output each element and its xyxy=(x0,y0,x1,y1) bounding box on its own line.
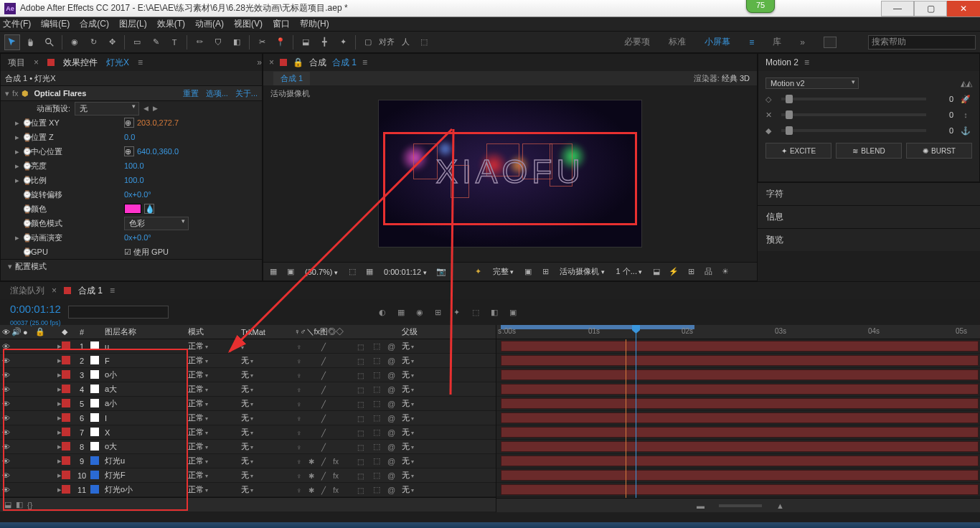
fast-preview-icon[interactable]: ⚡ xyxy=(668,266,679,278)
eye-icon[interactable]: 👁 xyxy=(0,385,11,394)
exposure-icon[interactable]: ☀ xyxy=(720,266,731,278)
snap-toggle[interactable]: ▢ xyxy=(360,34,376,50)
3d-layer-icon[interactable]: ⬚ xyxy=(373,370,387,380)
motion-blur-icon[interactable]: ◉ xyxy=(414,308,425,317)
parent-dropdown[interactable]: 无 xyxy=(402,355,442,366)
toggle-modes-icon[interactable]: ◧ xyxy=(16,500,23,509)
eye-icon[interactable]: 👁 xyxy=(0,357,11,365)
grid-icon[interactable]: ⊞ xyxy=(540,266,551,278)
switch-quality-icon[interactable]: ╱ xyxy=(319,472,329,480)
puppet-tool[interactable]: 📍 xyxy=(273,34,288,50)
trkmat-dropdown[interactable]: 无 xyxy=(241,470,281,481)
switch-3d-icon[interactable]: ⬚ xyxy=(355,486,365,494)
layer-row[interactable]: 👁 ▸ 2 F 正常 无 ♀ ╱ ⬚ ⬚ @ 无 xyxy=(0,354,496,368)
switch-quality-icon[interactable]: ╱ xyxy=(319,486,329,494)
col-parent[interactable]: 父级 xyxy=(402,326,453,337)
workspace-reset-icon[interactable] xyxy=(824,37,837,48)
tab-render-queue[interactable]: 渲染队列 xyxy=(10,285,44,297)
parent-dropdown[interactable]: 无 xyxy=(402,398,442,409)
switch-3d-icon[interactable]: ⬚ xyxy=(355,443,365,451)
layer-name[interactable]: o小 xyxy=(103,369,188,380)
anchor-tool[interactable]: ✥ xyxy=(104,34,120,50)
switch-quality-icon[interactable]: ╱ xyxy=(319,443,329,451)
switch-3d-icon[interactable]: ⬚ xyxy=(355,429,365,437)
workspace-menu-icon[interactable]: ≡ xyxy=(749,37,754,47)
blend-mode-dropdown[interactable]: 正常 xyxy=(188,369,228,380)
parent-dropdown[interactable]: 无 xyxy=(402,341,442,352)
tl-icon7[interactable]: ◧ xyxy=(489,308,500,317)
parent-pick-icon[interactable]: @ xyxy=(387,400,402,408)
layer-row[interactable]: 👁 ▸ 7 X 正常 无 ♀ ╱ ⬚ ⬚ @ 无 xyxy=(0,425,496,440)
mountain-icon[interactable]: ◭◭ xyxy=(961,79,972,88)
slider-side-icon[interactable]: 🚀 xyxy=(959,95,972,104)
eye-icon[interactable]: 👁 xyxy=(0,443,11,451)
col-lock-icon[interactable]: 🔒 xyxy=(34,327,46,336)
prop-旋转偏移[interactable]: ⌚旋转偏移0x+0.0° xyxy=(1,187,262,202)
col-switches[interactable]: ♀♂＼fx图◎◇ xyxy=(294,326,373,337)
prop-颜色[interactable]: ⌚颜色💧 xyxy=(1,202,262,216)
blend-button[interactable]: ≋ BLEND xyxy=(836,143,902,159)
parent-pick-icon[interactable]: @ xyxy=(387,385,402,394)
tab-close-icon[interactable]: × xyxy=(34,57,39,67)
switch-shy-icon[interactable]: ♀ xyxy=(294,372,304,380)
3d-layer-icon[interactable]: ⬚ xyxy=(373,341,387,351)
col-label-icon[interactable]: ◆ xyxy=(62,327,73,336)
prop-颜色模式[interactable]: ⌚颜色模式色彩 xyxy=(1,216,262,230)
parent-dropdown[interactable]: 无 xyxy=(402,441,442,452)
prop-value[interactable]: 0.0 xyxy=(124,133,135,141)
notification-badge[interactable]: 75 xyxy=(746,0,775,13)
minimize-button[interactable]: — xyxy=(881,1,914,16)
blend-mode-dropdown[interactable]: 正常 xyxy=(188,398,228,409)
transparency-icon[interactable]: ▦ xyxy=(364,266,375,278)
link-reset[interactable]: 重置 xyxy=(183,88,199,99)
3d-layer-icon[interactable]: ⬚ xyxy=(373,399,387,408)
tab-layer-name[interactable]: 灯光X xyxy=(106,57,129,69)
eye-icon[interactable]: 👁 xyxy=(0,486,11,494)
switch-3d-icon[interactable]: ⬚ xyxy=(355,372,365,380)
layer-row[interactable]: 👁 ▸ 10 灯光F 正常 无 ♀ ✱ ╱ fx ⬚ ⬚ @ 无 xyxy=(0,468,496,483)
layer-bar[interactable] xyxy=(501,398,979,409)
track-row[interactable] xyxy=(496,354,980,368)
timeline-icon[interactable]: ⊞ xyxy=(685,266,697,278)
layer-row[interactable]: 👁 ▸ 5 a小 正常 无 ♀ ╱ ⬚ ⬚ @ 无 xyxy=(0,397,496,411)
label-color[interactable] xyxy=(62,428,70,436)
parent-dropdown[interactable]: 无 xyxy=(402,412,442,423)
parent-pick-icon[interactable]: @ xyxy=(387,342,402,351)
switch-3d-icon[interactable]: ⬚ xyxy=(355,400,365,408)
track-row[interactable] xyxy=(496,368,980,382)
tab-effect-controls[interactable]: 效果控件 xyxy=(63,57,98,69)
rect-tool[interactable]: ▭ xyxy=(129,34,145,50)
parent-pick-icon[interactable]: @ xyxy=(387,443,402,451)
track-row[interactable] xyxy=(496,483,980,497)
close-button[interactable]: ✕ xyxy=(947,1,980,16)
rotate-tool[interactable]: ↻ xyxy=(85,34,101,50)
zoom-in-icon[interactable]: ▲ xyxy=(776,501,784,510)
label-color[interactable] xyxy=(62,385,70,393)
zoom-tool[interactable] xyxy=(42,34,57,50)
motion-slider-2[interactable]: ◆0⚓ xyxy=(765,123,972,138)
track-row[interactable] xyxy=(496,425,980,440)
viewer-tab-label[interactable]: 合成 xyxy=(309,57,326,69)
layer-row[interactable]: 👁 ▸ 4 a大 正常 无 ♀ ╱ ⬚ ⬚ @ 无 xyxy=(0,382,496,397)
switch-collapse-icon[interactable]: ✱ xyxy=(306,472,316,480)
menu-effect[interactable]: 效果(T) xyxy=(157,18,185,30)
crosshair-icon[interactable]: ⊕ xyxy=(124,118,134,128)
parent-dropdown[interactable]: 无 xyxy=(402,427,442,438)
prop-亮度[interactable]: ▸⌚亮度100.0 xyxy=(1,159,262,173)
tab-timeline-comp[interactable]: 合成 1 xyxy=(78,285,103,297)
parent-dropdown[interactable]: 无 xyxy=(402,384,442,395)
timeline-menu-icon[interactable]: ≡ xyxy=(110,286,115,296)
switch-3d-icon[interactable]: ⬚ xyxy=(355,415,365,423)
world-axis-icon[interactable]: ╋ xyxy=(316,34,332,50)
layer-bar[interactable] xyxy=(501,484,979,495)
eye-icon[interactable]: 👁 xyxy=(0,400,11,408)
checkbox[interactable]: ☑ 使用 GPU xyxy=(124,247,169,258)
stamp-tool[interactable]: ⛉ xyxy=(210,34,226,50)
label-color[interactable] xyxy=(62,456,70,465)
pen-tool[interactable]: ✎ xyxy=(148,34,164,50)
motion-panel-tab[interactable]: Motion 2≡ xyxy=(758,54,979,71)
text-tool[interactable]: T xyxy=(166,34,182,50)
switch-fx-icon[interactable]: fx xyxy=(331,458,341,466)
track-row[interactable] xyxy=(496,454,980,468)
track-row[interactable] xyxy=(496,468,980,483)
